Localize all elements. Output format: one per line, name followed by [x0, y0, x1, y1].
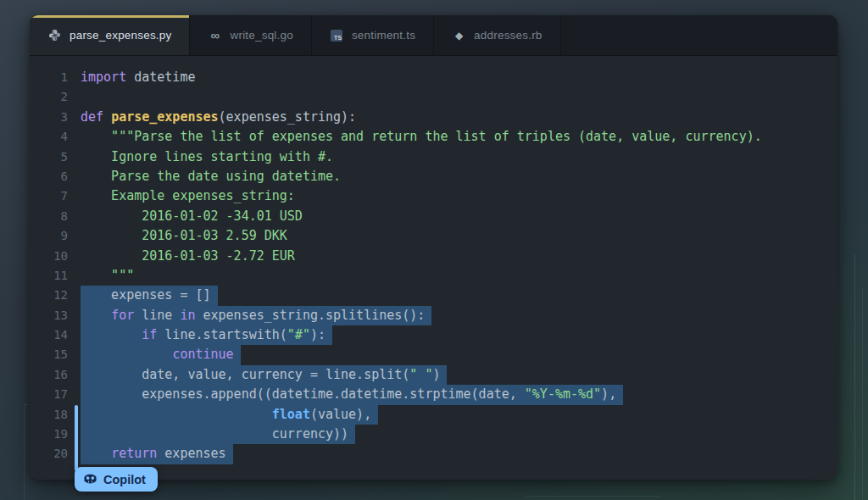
circuit-trace: [526, 496, 661, 497]
line-number: 13: [30, 306, 81, 325]
copilot-button-label: Copilot: [103, 473, 146, 486]
code-line-2[interactable]: 2: [30, 87, 837, 107]
code-text: Ignore lines starting with #.: [81, 147, 333, 167]
code-line-5[interactable]: 5 Ignore lines starting with #.: [30, 147, 837, 167]
circuit-trace: [24, 404, 25, 500]
code-line-17[interactable]: 17 expenses.append((datetime.datetime.st…: [30, 385, 837, 404]
code-line-15[interactable]: 15 continue: [30, 345, 837, 364]
circuit-trace: [854, 254, 855, 500]
code-line-1[interactable]: 1import datetime: [30, 68, 837, 87]
line-number: 2: [30, 87, 81, 107]
copilot-button[interactable]: Copilot: [75, 467, 158, 492]
line-number: 4: [30, 127, 81, 147]
line-number: 15: [30, 345, 81, 364]
line-number: 14: [30, 325, 81, 345]
copilot-suggestion-strip: [75, 405, 78, 471]
code-text: continue: [81, 345, 241, 364]
line-number: 10: [30, 247, 81, 266]
code-text: Parse the date using datetime.: [81, 167, 341, 186]
tab-label: write_sql.go: [230, 29, 292, 42]
line-number: 18: [30, 405, 81, 425]
code-text: def parse_expenses(expenses_string):: [81, 108, 356, 127]
code-text: currency)): [81, 425, 355, 444]
code-text: if line.startswith("#"):: [81, 325, 332, 345]
code-line-20[interactable]: 20 return expenses: [30, 444, 837, 464]
tab-write-sql-go[interactable]: ∞write_sql.go: [190, 15, 311, 55]
code-line-6[interactable]: 6 Parse the date using datetime.: [30, 167, 837, 186]
line-number: 12: [30, 286, 81, 305]
code-text: return expenses: [81, 444, 233, 464]
tab-label: addresses.rb: [474, 29, 542, 42]
code-text: import datetime: [81, 68, 195, 87]
code-text: expenses.append((datetime.datetime.strpt…: [81, 385, 623, 404]
code-text: float(value),: [81, 405, 378, 425]
code-text: date, value, currency = line.split(" "): [81, 365, 447, 385]
ruby-icon: ◆: [452, 28, 466, 42]
tab-bar: parse_expenses.py∞write_sql.goTSsentimen…: [30, 15, 837, 56]
code-editor[interactable]: 1import datetime23def parse_expenses(exp…: [30, 56, 837, 464]
code-line-3[interactable]: 3def parse_expenses(expenses_string):: [30, 108, 837, 127]
line-number: 1: [30, 68, 81, 87]
go-icon: ∞: [208, 28, 222, 42]
copilot-icon: [83, 472, 97, 486]
line-number: 16: [30, 365, 81, 385]
page-background: { "colors": { "accent_tab_indicator": "#…: [0, 0, 868, 500]
code-text: Example expenses_string:: [81, 186, 295, 206]
line-number: 20: [30, 444, 81, 464]
tab-addresses-rb[interactable]: ◆addresses.rb: [434, 15, 560, 55]
tab-sentiment-ts[interactable]: TSsentiment.ts: [312, 15, 434, 55]
line-number: 19: [30, 425, 81, 444]
code-line-13[interactable]: 13 for line in expenses_string.splitline…: [30, 306, 837, 325]
circuit-trace: [862, 288, 863, 500]
code-text: """Parse the list of expenses and return…: [81, 127, 762, 147]
code-text: 2016-01-02 -34.01 USD: [81, 207, 303, 226]
code-text: for line in expenses_string.splitlines()…: [81, 306, 431, 325]
code-line-10[interactable]: 10 2016-01-03 -2.72 EUR: [30, 247, 837, 266]
line-number: 9: [30, 226, 81, 246]
line-number: 11: [30, 266, 81, 286]
code-line-14[interactable]: 14 if line.startswith("#"):: [30, 325, 837, 345]
typescript-icon: TS: [330, 28, 344, 42]
code-line-7[interactable]: 7 Example expenses_string:: [30, 186, 837, 206]
tab-label: sentiment.ts: [352, 29, 415, 42]
code-line-8[interactable]: 8 2016-01-02 -34.01 USD: [30, 207, 837, 226]
line-number: 8: [30, 207, 81, 226]
code-text: 2016-01-03 -2.72 EUR: [81, 247, 295, 266]
python-icon: [47, 28, 62, 42]
code-line-12[interactable]: 12 expenses = []: [30, 286, 837, 305]
line-number: 7: [30, 186, 81, 206]
tab-parse-expenses-py[interactable]: parse_expenses.py: [30, 15, 190, 55]
code-line-18[interactable]: 18 float(value),: [30, 405, 837, 425]
line-number: 6: [30, 167, 81, 186]
code-text: 2016-01-03 2.59 DKK: [81, 226, 287, 246]
code-line-4[interactable]: 4 """Parse the list of expenses and retu…: [30, 127, 837, 147]
code-line-19[interactable]: 19 currency)): [30, 425, 837, 444]
code-text: expenses = []: [81, 286, 218, 305]
tab-label: parse_expenses.py: [70, 29, 171, 42]
code-text: """: [81, 266, 134, 286]
line-number: 3: [30, 108, 81, 127]
code-line-9[interactable]: 9 2016-01-03 2.59 DKK: [30, 226, 837, 246]
line-number: 17: [30, 385, 81, 404]
line-number: 5: [30, 147, 81, 167]
code-line-11[interactable]: 11 """: [30, 266, 837, 286]
editor-window: parse_expenses.py∞write_sql.goTSsentimen…: [30, 15, 837, 480]
code-line-16[interactable]: 16 date, value, currency = line.split(" …: [30, 365, 837, 385]
